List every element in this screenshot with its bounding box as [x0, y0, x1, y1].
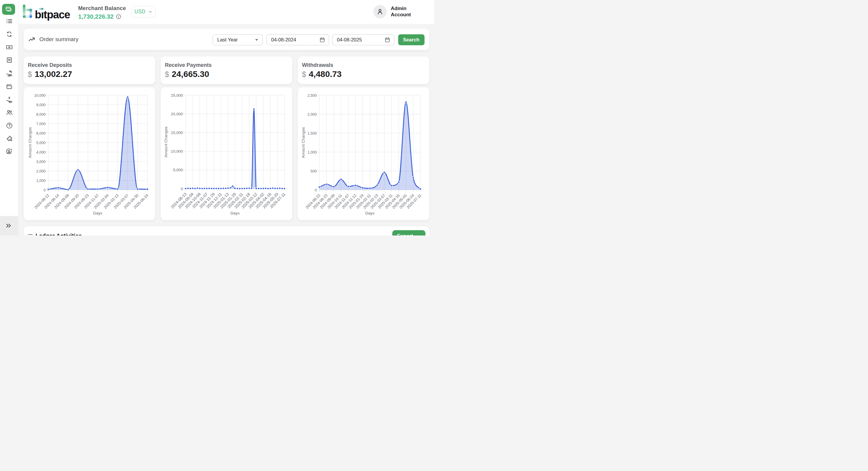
svg-text:5,000: 5,000 — [36, 141, 45, 145]
svg-text:5,000: 5,000 — [173, 168, 183, 172]
svg-text:2,000: 2,000 — [36, 169, 45, 173]
svg-text:9,000: 9,000 — [36, 103, 45, 107]
svg-text:1,000: 1,000 — [307, 150, 317, 155]
svg-text:Days: Days — [93, 211, 102, 215]
svg-text:10,000: 10,000 — [34, 94, 45, 98]
svg-text:4,000: 4,000 — [36, 150, 45, 155]
svg-text:2,000: 2,000 — [307, 112, 317, 116]
svg-text:Amount Changes: Amount Changes — [301, 127, 306, 158]
svg-text:15,000: 15,000 — [171, 131, 183, 135]
svg-text:0: 0 — [181, 187, 183, 191]
svg-text:6,000: 6,000 — [36, 131, 45, 135]
svg-text:1,500: 1,500 — [307, 131, 317, 135]
svg-text:500: 500 — [311, 169, 317, 173]
svg-text:7,000: 7,000 — [36, 122, 45, 126]
svg-text:3,000: 3,000 — [36, 160, 45, 164]
svg-text:bıtpace: bıtpace — [35, 8, 70, 21]
svg-text:Amount Changes: Amount Changes — [164, 127, 168, 158]
svg-text:20,000: 20,000 — [171, 112, 183, 116]
svg-text:0: 0 — [315, 188, 317, 192]
svg-text:0: 0 — [43, 188, 45, 192]
svg-text:25,000: 25,000 — [171, 93, 183, 98]
svg-text:Days: Days — [230, 211, 240, 215]
svg-text:2,500: 2,500 — [307, 94, 317, 98]
svg-text:Days: Days — [365, 211, 374, 215]
svg-text:1,000: 1,000 — [36, 179, 45, 183]
svg-text:10,000: 10,000 — [171, 149, 183, 154]
svg-text:Amount Changes: Amount Changes — [28, 127, 32, 158]
svg-text:8,000: 8,000 — [36, 112, 45, 116]
